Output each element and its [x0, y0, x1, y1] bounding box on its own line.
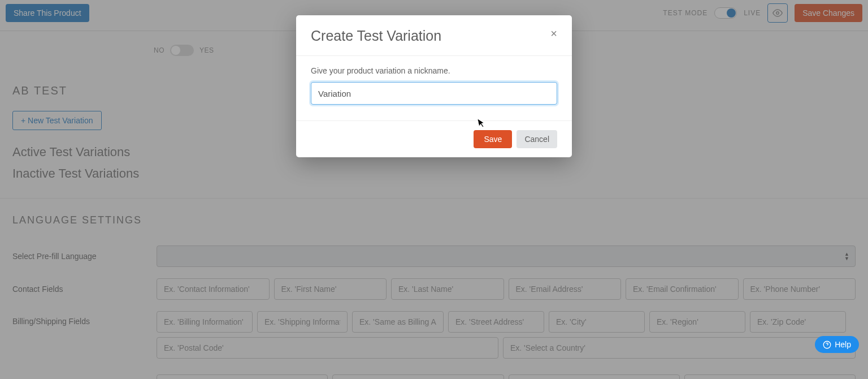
modal-title: Create Test Variation [311, 28, 441, 44]
help-button[interactable]: Help [815, 336, 859, 353]
modal-save-button[interactable]: Save [474, 130, 512, 148]
create-variation-modal: Create Test Variation × Give your produc… [296, 15, 572, 157]
help-icon [823, 341, 831, 349]
modal-cancel-button[interactable]: Cancel [517, 130, 557, 148]
modal-description: Give your product variation a nickname. [311, 66, 557, 75]
variation-name-input[interactable] [311, 82, 557, 105]
close-icon: × [550, 27, 557, 40]
modal-close-button[interactable]: × [550, 28, 557, 39]
help-label: Help [835, 340, 851, 349]
